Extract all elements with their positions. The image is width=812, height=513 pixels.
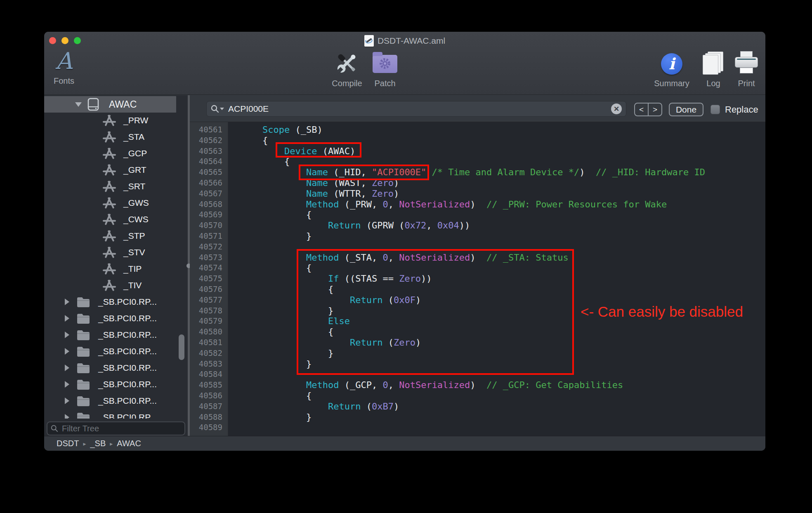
disclosure-closed-icon[interactable] [65,414,69,419]
breadcrumb-awac[interactable]: AWAC [117,439,141,448]
filter-search-icon [51,425,58,432]
find-previous-button[interactable]: < [635,104,649,115]
tree-item-folder[interactable]: _SB.PCI0.RP... [44,343,188,360]
fonts-icon: A [56,49,72,73]
line-number: 40569 [190,209,228,220]
code-text: Name (WTTR, Zero) [228,188,399,199]
code-line[interactable]: 40588 } [190,412,765,423]
code-line[interactable]: 40585 Method (_GCP, 0, NotSerialized) //… [190,380,765,391]
code-line[interactable]: 40586 { [190,391,765,401]
code-line[interactable]: 40569 { [190,209,765,220]
disclosure-closed-icon[interactable] [65,315,69,322]
tree-item-folder[interactable]: _SB.PCI0.RP... [44,409,188,419]
tree-item-method[interactable]: _TIP [44,261,188,277]
disclosure-closed-icon[interactable] [65,398,69,404]
tree-item-method[interactable]: _TIV [44,277,188,294]
compile-button[interactable]: Compile [321,51,373,88]
code-line[interactable]: 40575 If ((STAS == Zero)) [190,273,765,284]
code-line[interactable]: 40572 [190,242,765,252]
code-line[interactable]: 40581 Return (Zero) [190,337,765,348]
line-number: 40588 [190,412,228,423]
code-line[interactable]: 40583 } [190,359,765,369]
tree-item-label: _SB.PCI0.RP... [98,330,157,340]
tree-item-method[interactable]: _STP [44,228,188,244]
line-number: 40573 [190,252,228,263]
disclosure-closed-icon[interactable] [65,348,69,355]
tree-item-folder[interactable]: _SB.PCI0.RP... [44,376,188,393]
code-line[interactable]: 40562 { [190,135,765,146]
tree-item-method[interactable]: _GWS [44,195,188,211]
tree-item-method[interactable]: _PRW [44,112,188,129]
code-text: Method (_STA, 0, NotSerialized) // _STA:… [228,252,569,263]
line-number: 40579 [190,316,228,327]
disclosure-open-icon[interactable] [75,102,82,107]
log-button[interactable]: Log [698,51,729,88]
code-line[interactable]: 40576 { [190,284,765,295]
code-line[interactable]: 40587 Return (0xB7) [190,401,765,412]
code-line[interactable]: 40566 Name (WAST, Zero) [190,178,765,188]
patch-button[interactable]: Patch [366,51,404,88]
line-number: 40564 [190,156,228,167]
tree-item-folder[interactable]: _SB.PCI0.RP... [44,360,188,376]
code-line[interactable]: 40582 } [190,348,765,359]
summary-button[interactable]: i Summary [648,51,695,88]
clear-search-icon[interactable]: ✕ [611,104,622,114]
code-line[interactable]: 40561 Scope (_SB) [190,125,765,135]
tree-item-method[interactable]: _STA [44,129,188,145]
code-line[interactable]: 40571 } [190,231,765,242]
code-line[interactable]: 40567 Name (WTTR, Zero) [190,188,765,199]
tree-item-label: _PRW [123,115,148,125]
folder-icon [76,412,90,419]
tree-item-method[interactable]: _GRT [44,162,188,178]
line-number: 40562 [190,135,228,146]
code-line[interactable]: 40580 { [190,327,765,337]
code-text: { [228,263,312,273]
folder-icon [76,296,90,308]
code-text: Method (_PRW, 0, NotSerialized) // _PRW:… [228,199,667,210]
code-line[interactable]: 40570 Return (GPRW (0x72, 0x04)) [190,220,765,231]
filter-tree-field[interactable] [47,421,185,435]
code-text: } [228,359,312,369]
code-line[interactable]: 40564 { [190,156,765,167]
code-line[interactable]: 40584 [190,369,765,380]
disclosure-closed-icon[interactable] [65,381,69,388]
tree-item-folder[interactable]: _SB.PCI0.RP... [44,393,188,409]
folder-icon [76,313,90,324]
search-input[interactable] [227,104,611,114]
done-button[interactable]: Done [669,103,703,116]
tree-item-folder[interactable]: _SB.PCI0.RP... [44,310,188,327]
code-line[interactable]: 40563 Device (AWAC) [190,146,765,157]
tree-item-method[interactable]: _GCP [44,145,188,162]
code-text: { [228,284,333,295]
tree-item-label: _GWS [123,198,149,208]
tree-item-folder[interactable]: _SB.PCI0.RP... [44,294,188,310]
tree-item-method[interactable]: _STV [44,244,188,261]
method-icon [103,131,116,143]
method-icon [103,148,116,159]
code-line[interactable]: 40565 Name (_HID, "ACPI000E" /* Time and… [190,167,765,178]
code-line[interactable]: 40568 Method (_PRW, 0, NotSerialized) //… [190,199,765,210]
tree-item-method[interactable]: _CWS [44,211,188,228]
log-label: Log [706,79,720,88]
disclosure-closed-icon[interactable] [65,332,69,338]
code-line[interactable]: 40574 { [190,263,765,273]
code-line[interactable]: 40573 Method (_STA, 0, NotSerialized) //… [190,252,765,263]
sidebar-scrollbar-thumb[interactable] [179,334,184,360]
tree-item-folder[interactable]: _SB.PCI0.RP... [44,327,188,343]
search-field[interactable]: ✕ [206,101,626,117]
tree-item-label: _TIV [123,280,142,290]
breadcrumb-sb[interactable]: _SB [90,439,106,448]
disclosure-closed-icon[interactable] [65,299,69,305]
search-scope-chevron-icon[interactable] [220,108,224,110]
code-line[interactable]: 40589 [190,422,765,433]
code-editor[interactable]: 40561 Scope (_SB)40562 {40563 Device (AW… [190,122,765,436]
fonts-button[interactable]: A Fonts [49,49,79,86]
print-button[interactable]: Print [731,51,762,88]
filter-tree-input[interactable] [61,424,181,434]
find-next-button[interactable]: > [649,104,661,115]
breadcrumb-dsdt[interactable]: DSDT [57,439,79,448]
disclosure-closed-icon[interactable] [65,365,69,371]
replace-checkbox[interactable] [710,105,720,114]
tree-item-awac[interactable]: AWAC [44,96,176,113]
tree-item-method[interactable]: _SRT [44,178,188,195]
